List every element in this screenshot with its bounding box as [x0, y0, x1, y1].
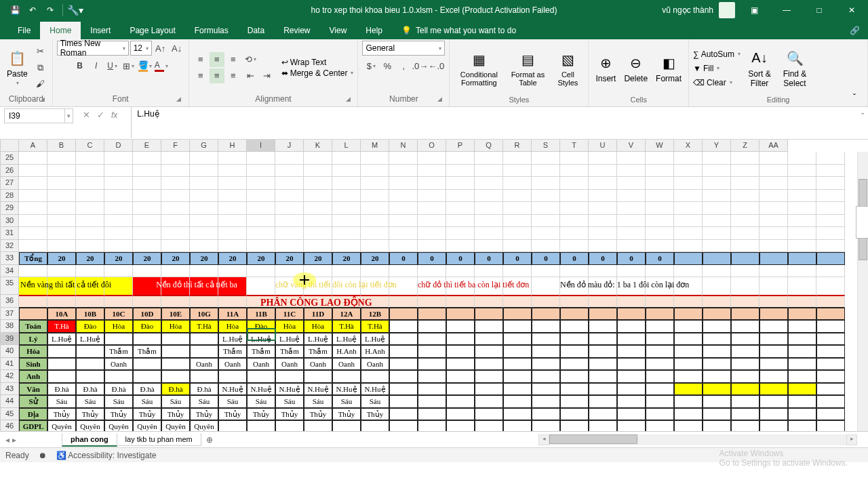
cell[interactable] [788, 345, 816, 358]
cell[interactable] [76, 240, 104, 253]
sheet-tab-lay-tkb[interactable]: lay tkb tu phan mem [117, 433, 201, 446]
cell[interactable] [47, 358, 76, 371]
cell[interactable]: N.Huệ [218, 383, 247, 396]
cell[interactable] [361, 177, 389, 190]
cell[interactable] [19, 265, 47, 278]
cell[interactable]: Hòa [104, 320, 133, 333]
cell[interactable] [418, 215, 446, 228]
new-sheet-button[interactable]: ⊕ [201, 435, 218, 445]
cell[interactable] [617, 240, 646, 253]
cell[interactable] [703, 265, 731, 278]
cell-styles-button[interactable]: ▧Cell Styles [551, 49, 584, 88]
formula-bar[interactable]: L.Huệ⌄ [131, 107, 868, 138]
cell[interactable] [332, 152, 361, 165]
cell[interactable]: 10E [161, 308, 190, 321]
collapse-ribbon-icon[interactable]: ˇ [853, 93, 864, 104]
cell[interactable] [589, 308, 617, 321]
cell[interactable]: Sáu [76, 395, 104, 408]
cell[interactable] [418, 165, 446, 178]
cell[interactable] [446, 265, 475, 278]
cut-icon[interactable]: ✂ [33, 44, 48, 59]
cell[interactable] [816, 370, 845, 383]
cell[interactable] [446, 240, 475, 253]
cell[interactable] [389, 370, 418, 383]
bold-button[interactable]: B [73, 58, 87, 73]
cell[interactable] [389, 383, 418, 396]
cell[interactable] [703, 408, 731, 421]
cell[interactable] [674, 308, 703, 321]
cell[interactable] [304, 202, 332, 215]
alignment-launcher[interactable]: ◢ [344, 96, 352, 104]
cell[interactable] [816, 265, 845, 278]
cell[interactable] [361, 265, 389, 278]
copy-icon[interactable]: ⧉ [33, 60, 48, 75]
cell[interactable] [816, 420, 845, 431]
cell[interactable] [503, 420, 532, 431]
col-header-AA[interactable]: AA [760, 140, 788, 152]
col-header-H[interactable]: H [218, 140, 247, 152]
cell[interactable]: Văn [19, 383, 47, 396]
cell[interactable] [760, 320, 788, 333]
cell[interactable] [503, 165, 532, 178]
cell[interactable] [674, 383, 703, 396]
cell[interactable] [731, 215, 760, 228]
cell[interactable] [418, 320, 446, 333]
vscroll-knob[interactable] [856, 206, 868, 239]
cell[interactable] [389, 215, 418, 228]
share-icon[interactable]: 🔗 [842, 22, 868, 39]
redo-icon[interactable]: ↷ [42, 2, 58, 18]
col-header-G[interactable]: G [190, 140, 218, 152]
cell[interactable]: Quyên [47, 420, 76, 431]
cell[interactable] [475, 383, 503, 396]
row-header-45[interactable]: 45 [0, 408, 19, 421]
cell[interactable] [731, 383, 760, 396]
cell[interactable] [589, 345, 617, 358]
cell[interactable] [47, 265, 76, 278]
cell[interactable] [218, 227, 247, 240]
col-header-X[interactable]: X [674, 140, 703, 152]
cell[interactable] [190, 227, 218, 240]
cell[interactable] [332, 227, 361, 240]
cell[interactable] [475, 215, 503, 228]
cell[interactable] [788, 383, 816, 396]
cell[interactable] [389, 190, 418, 203]
cell[interactable] [389, 202, 418, 215]
cell[interactable] [161, 215, 190, 228]
cell[interactable] [816, 165, 845, 178]
tell-me[interactable]: 💡 Tell me what you want to do [392, 22, 526, 39]
cell[interactable] [418, 345, 446, 358]
cell[interactable] [589, 265, 617, 278]
cell[interactable] [133, 370, 161, 383]
wrap-text-button[interactable]: ↩Wrap Text [281, 58, 354, 67]
hscroll-left[interactable]: ◂ [538, 434, 549, 445]
col-header-O[interactable]: O [418, 140, 446, 152]
cell[interactable] [760, 152, 788, 165]
cell[interactable] [532, 420, 560, 431]
cell[interactable] [418, 370, 446, 383]
cell[interactable] [816, 345, 845, 358]
cell[interactable] [816, 408, 845, 421]
cell[interactable]: 0 [418, 252, 446, 265]
col-header-S[interactable]: S [532, 140, 560, 152]
row-header-32[interactable]: 32 [0, 240, 19, 253]
row-header-43[interactable]: 43 [0, 383, 19, 396]
name-box[interactable]: I39 [4, 108, 65, 123]
cell[interactable] [218, 420, 247, 431]
cell[interactable] [418, 202, 446, 215]
cell[interactable] [247, 420, 275, 431]
col-header-E[interactable]: E [133, 140, 161, 152]
cell[interactable] [617, 333, 646, 346]
cell[interactable] [560, 383, 589, 396]
cell[interactable] [731, 333, 760, 346]
cell[interactable] [646, 320, 674, 333]
cell[interactable] [646, 190, 674, 203]
cell[interactable] [760, 408, 788, 421]
cell[interactable] [247, 265, 275, 278]
cell[interactable]: Thủy [304, 408, 332, 421]
cell[interactable] [389, 227, 418, 240]
cell[interactable]: GDPL [19, 420, 47, 431]
cell[interactable] [361, 420, 389, 431]
cell[interactable] [617, 202, 646, 215]
cell[interactable]: Thủy [133, 408, 161, 421]
cell[interactable] [133, 358, 161, 371]
